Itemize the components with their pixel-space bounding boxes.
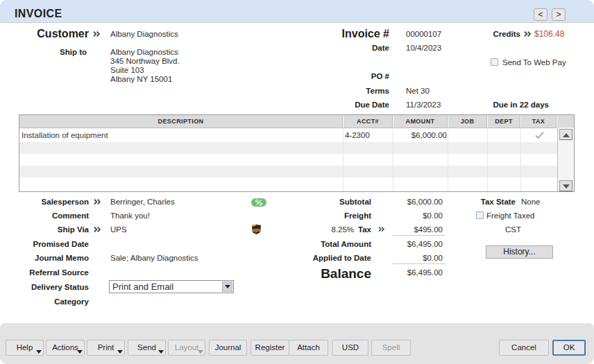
svg-text:ups: ups: [252, 227, 261, 233]
